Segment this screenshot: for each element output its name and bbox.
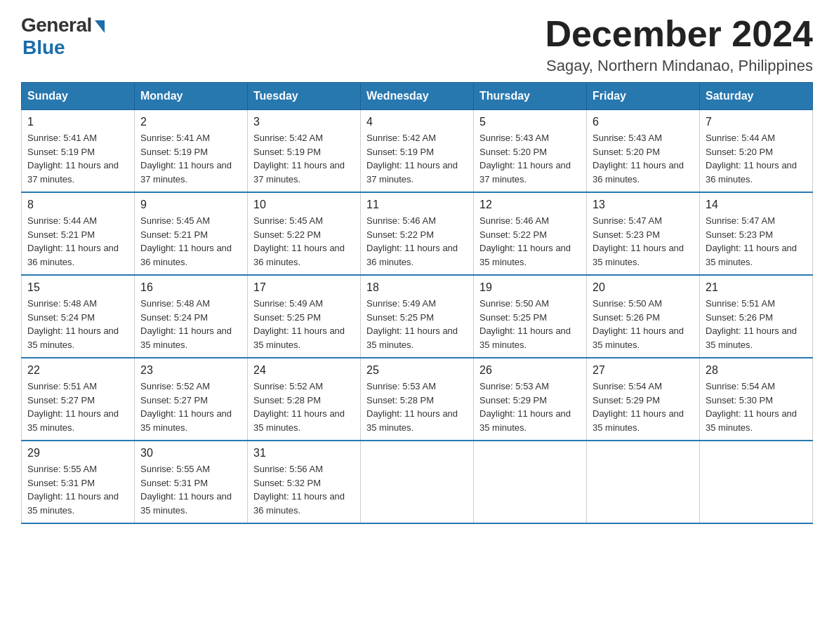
day-info: Sunrise: 5:56 AM Sunset: 5:32 PM Dayligh… bbox=[253, 462, 355, 517]
sunrise-label: Sunrise: 5:46 AM bbox=[366, 215, 436, 226]
calendar-day-cell: 16 Sunrise: 5:48 AM Sunset: 5:24 PM Dayl… bbox=[135, 275, 248, 358]
daylight-label: Daylight: 11 hours and 36 minutes. bbox=[27, 243, 119, 267]
calendar-day-cell: 18 Sunrise: 5:49 AM Sunset: 5:25 PM Dayl… bbox=[361, 275, 474, 358]
daylight-label: Daylight: 11 hours and 37 minutes. bbox=[366, 160, 458, 185]
calendar-table: SundayMondayTuesdayWednesdayThursdayFrid… bbox=[21, 82, 813, 524]
calendar-day-cell: 20 Sunrise: 5:50 AM Sunset: 5:26 PM Dayl… bbox=[587, 275, 700, 358]
sunset-label: Sunset: 5:19 PM bbox=[253, 147, 321, 157]
sunset-label: Sunset: 5:29 PM bbox=[593, 395, 660, 405]
sunrise-label: Sunrise: 5:52 AM bbox=[253, 381, 323, 391]
calendar-day-cell: 24 Sunrise: 5:52 AM Sunset: 5:28 PM Dayl… bbox=[248, 358, 361, 441]
sunset-label: Sunset: 5:32 PM bbox=[253, 478, 321, 488]
day-number: 14 bbox=[706, 199, 807, 211]
sunrise-label: Sunrise: 5:41 AM bbox=[27, 133, 97, 143]
sunrise-label: Sunrise: 5:43 AM bbox=[593, 133, 662, 143]
daylight-label: Daylight: 11 hours and 35 minutes. bbox=[593, 243, 684, 267]
day-info: Sunrise: 5:42 AM Sunset: 5:19 PM Dayligh… bbox=[253, 131, 355, 186]
calendar-day-cell bbox=[587, 441, 700, 523]
daylight-label: Daylight: 11 hours and 37 minutes. bbox=[479, 160, 571, 185]
sunset-label: Sunset: 5:28 PM bbox=[253, 395, 321, 405]
weekday-header-thursday: Thursday bbox=[474, 83, 587, 110]
day-number: 9 bbox=[140, 199, 241, 211]
logo-general-text: General bbox=[21, 14, 92, 36]
day-info: Sunrise: 5:41 AM Sunset: 5:19 PM Dayligh… bbox=[27, 131, 128, 186]
day-number: 13 bbox=[593, 199, 694, 211]
daylight-label: Daylight: 11 hours and 36 minutes. bbox=[593, 160, 684, 185]
calendar-day-cell: 14 Sunrise: 5:47 AM Sunset: 5:23 PM Dayl… bbox=[700, 192, 813, 275]
sunrise-label: Sunrise: 5:56 AM bbox=[253, 464, 323, 474]
daylight-label: Daylight: 11 hours and 35 minutes. bbox=[366, 326, 458, 350]
sunset-label: Sunset: 5:27 PM bbox=[140, 395, 208, 405]
daylight-label: Daylight: 11 hours and 37 minutes. bbox=[140, 160, 232, 185]
sunset-label: Sunset: 5:26 PM bbox=[706, 312, 773, 323]
day-number: 22 bbox=[27, 364, 128, 377]
sunset-label: Sunset: 5:26 PM bbox=[593, 312, 660, 323]
calendar-day-cell: 4 Sunrise: 5:42 AM Sunset: 5:19 PM Dayli… bbox=[361, 110, 474, 193]
daylight-label: Daylight: 11 hours and 37 minutes. bbox=[253, 160, 345, 185]
sunrise-label: Sunrise: 5:41 AM bbox=[140, 133, 210, 143]
page-header: General Blue December 2024 Sagay, Northe… bbox=[21, 14, 813, 75]
daylight-label: Daylight: 11 hours and 35 minutes. bbox=[706, 408, 797, 433]
day-info: Sunrise: 5:53 AM Sunset: 5:28 PM Dayligh… bbox=[366, 380, 468, 434]
sunrise-label: Sunrise: 5:51 AM bbox=[27, 381, 97, 391]
sunrise-label: Sunrise: 5:44 AM bbox=[27, 215, 97, 226]
sunrise-label: Sunrise: 5:46 AM bbox=[479, 215, 549, 226]
day-number: 1 bbox=[27, 116, 128, 128]
day-info: Sunrise: 5:48 AM Sunset: 5:24 PM Dayligh… bbox=[140, 297, 241, 351]
day-info: Sunrise: 5:45 AM Sunset: 5:21 PM Dayligh… bbox=[140, 214, 241, 269]
sunset-label: Sunset: 5:20 PM bbox=[593, 147, 660, 157]
sunset-label: Sunset: 5:20 PM bbox=[479, 147, 547, 157]
day-number: 28 bbox=[706, 364, 807, 377]
calendar-week-row: 15 Sunrise: 5:48 AM Sunset: 5:24 PM Dayl… bbox=[22, 275, 813, 358]
calendar-day-cell: 11 Sunrise: 5:46 AM Sunset: 5:22 PM Dayl… bbox=[361, 192, 474, 275]
daylight-label: Daylight: 11 hours and 35 minutes. bbox=[27, 326, 119, 350]
title-block: December 2024 Sagay, Northern Mindanao, … bbox=[545, 14, 813, 75]
calendar-day-cell: 19 Sunrise: 5:50 AM Sunset: 5:25 PM Dayl… bbox=[474, 275, 587, 358]
day-info: Sunrise: 5:43 AM Sunset: 5:20 PM Dayligh… bbox=[479, 131, 581, 186]
sunrise-label: Sunrise: 5:53 AM bbox=[479, 381, 549, 391]
logo-arrow-icon bbox=[95, 20, 105, 33]
calendar-day-cell: 6 Sunrise: 5:43 AM Sunset: 5:20 PM Dayli… bbox=[587, 110, 700, 193]
sunset-label: Sunset: 5:21 PM bbox=[27, 229, 95, 240]
day-info: Sunrise: 5:46 AM Sunset: 5:22 PM Dayligh… bbox=[479, 214, 581, 269]
day-info: Sunrise: 5:52 AM Sunset: 5:27 PM Dayligh… bbox=[140, 380, 241, 434]
daylight-label: Daylight: 11 hours and 35 minutes. bbox=[253, 326, 345, 350]
sunrise-label: Sunrise: 5:48 AM bbox=[27, 298, 97, 309]
day-number: 10 bbox=[253, 199, 355, 211]
sunrise-label: Sunrise: 5:54 AM bbox=[706, 381, 775, 391]
calendar-day-cell: 10 Sunrise: 5:45 AM Sunset: 5:22 PM Dayl… bbox=[248, 192, 361, 275]
sunrise-label: Sunrise: 5:52 AM bbox=[140, 381, 210, 391]
sunset-label: Sunset: 5:22 PM bbox=[479, 229, 547, 240]
sunset-label: Sunset: 5:23 PM bbox=[706, 229, 773, 240]
calendar-day-cell: 28 Sunrise: 5:54 AM Sunset: 5:30 PM Dayl… bbox=[700, 358, 813, 441]
sunset-label: Sunset: 5:25 PM bbox=[366, 312, 434, 323]
day-info: Sunrise: 5:53 AM Sunset: 5:29 PM Dayligh… bbox=[479, 380, 581, 434]
calendar-day-cell: 7 Sunrise: 5:44 AM Sunset: 5:20 PM Dayli… bbox=[700, 110, 813, 193]
day-number: 17 bbox=[253, 281, 355, 294]
day-info: Sunrise: 5:51 AM Sunset: 5:26 PM Dayligh… bbox=[706, 297, 807, 351]
sunrise-label: Sunrise: 5:48 AM bbox=[140, 298, 210, 309]
daylight-label: Daylight: 11 hours and 35 minutes. bbox=[706, 243, 797, 267]
day-info: Sunrise: 5:54 AM Sunset: 5:29 PM Dayligh… bbox=[593, 380, 694, 434]
daylight-label: Daylight: 11 hours and 35 minutes. bbox=[479, 243, 571, 267]
weekday-header-monday: Monday bbox=[135, 83, 248, 110]
calendar-day-cell: 26 Sunrise: 5:53 AM Sunset: 5:29 PM Dayl… bbox=[474, 358, 587, 441]
sunset-label: Sunset: 5:25 PM bbox=[253, 312, 321, 323]
day-info: Sunrise: 5:46 AM Sunset: 5:22 PM Dayligh… bbox=[366, 214, 468, 269]
day-number: 16 bbox=[140, 281, 241, 294]
calendar-day-cell: 17 Sunrise: 5:49 AM Sunset: 5:25 PM Dayl… bbox=[248, 275, 361, 358]
sunset-label: Sunset: 5:29 PM bbox=[479, 395, 547, 405]
day-info: Sunrise: 5:41 AM Sunset: 5:19 PM Dayligh… bbox=[140, 131, 241, 186]
day-number: 15 bbox=[27, 281, 128, 294]
daylight-label: Daylight: 11 hours and 35 minutes. bbox=[479, 408, 571, 433]
day-number: 12 bbox=[479, 199, 581, 211]
calendar-day-cell: 15 Sunrise: 5:48 AM Sunset: 5:24 PM Dayl… bbox=[22, 275, 135, 358]
sunset-label: Sunset: 5:20 PM bbox=[706, 147, 773, 157]
day-number: 23 bbox=[140, 364, 241, 377]
daylight-label: Daylight: 11 hours and 36 minutes. bbox=[366, 243, 458, 267]
day-number: 18 bbox=[366, 281, 468, 294]
sunrise-label: Sunrise: 5:49 AM bbox=[366, 298, 436, 309]
day-number: 7 bbox=[706, 116, 807, 128]
daylight-label: Daylight: 11 hours and 35 minutes. bbox=[366, 408, 458, 433]
day-number: 31 bbox=[253, 447, 355, 459]
